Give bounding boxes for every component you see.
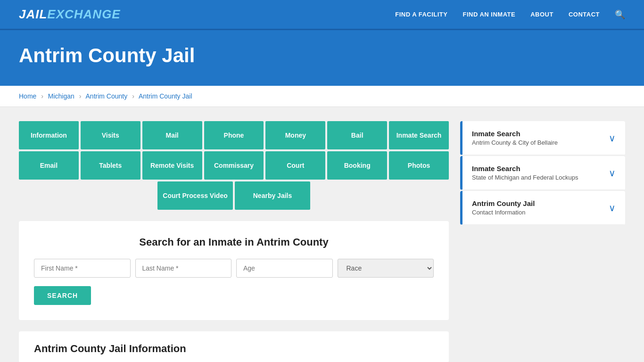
sidebar-item-subtitle-2: State of Michigan and Federal Lockups bbox=[472, 174, 578, 181]
grid-row-1: Information Visits Mail Phone Money Bail… bbox=[19, 121, 449, 149]
left-column: Information Visits Mail Phone Money Bail… bbox=[19, 121, 449, 362]
last-name-input[interactable] bbox=[135, 259, 232, 278]
sidebar-card-2: Inmate Search State of Michigan and Fede… bbox=[460, 156, 625, 190]
breadcrumb-sep-1: › bbox=[41, 92, 43, 100]
btn-inmate-search[interactable]: Inmate Search bbox=[389, 121, 449, 149]
search-card: Search for an Inmate in Antrim County Ra… bbox=[19, 221, 449, 320]
sidebar-item-contact-info[interactable]: Antrim County Jail Contact Information ∨ bbox=[460, 191, 625, 225]
btn-court[interactable]: Court bbox=[265, 151, 325, 180]
btn-phone[interactable]: Phone bbox=[204, 121, 264, 149]
search-fields: Race White Black Hispanic Asian Native A… bbox=[34, 259, 434, 278]
chevron-icon-3: ∨ bbox=[609, 202, 616, 214]
sidebar-item-text-3: Antrim County Jail Contact Information bbox=[472, 199, 535, 216]
sidebar-item-subtitle-3: Contact Information bbox=[472, 209, 535, 216]
nav-find-inmate[interactable]: FIND AN INMATE bbox=[462, 11, 515, 18]
nav-contact[interactable]: CONTACT bbox=[569, 11, 600, 18]
bottom-heading-title: Antrim County Jail Information bbox=[34, 343, 434, 355]
logo-exchange: EXCHANGE bbox=[47, 7, 120, 21]
page-title: Antrim County Jail bbox=[19, 44, 625, 67]
age-input[interactable] bbox=[236, 259, 333, 278]
search-button[interactable]: SEARCH bbox=[34, 286, 91, 305]
breadcrumb-sep-2: › bbox=[79, 92, 82, 100]
breadcrumb-home[interactable]: Home bbox=[19, 92, 36, 100]
breadcrumb-antrim-county-jail[interactable]: Antrim County Jail bbox=[139, 92, 192, 100]
chevron-icon-2: ∨ bbox=[609, 167, 616, 179]
nav-find-facility[interactable]: FIND A FACILITY bbox=[395, 11, 447, 18]
btn-remote-visits[interactable]: Remote Visits bbox=[142, 151, 202, 180]
btn-email[interactable]: Email bbox=[19, 151, 79, 180]
hero-section: Antrim County Jail bbox=[0, 30, 644, 86]
sidebar-item-title-2: Inmate Search bbox=[472, 165, 578, 173]
sidebar-card-3: Antrim County Jail Contact Information ∨ bbox=[460, 191, 625, 225]
btn-bail[interactable]: Bail bbox=[327, 121, 387, 149]
sidebar-item-text-2: Inmate Search State of Michigan and Fede… bbox=[472, 165, 578, 181]
btn-information[interactable]: Information bbox=[19, 121, 79, 149]
btn-mail[interactable]: Mail bbox=[142, 121, 202, 149]
btn-nearby-jails[interactable]: Nearby Jails bbox=[235, 181, 310, 210]
logo-jail: JAIL bbox=[19, 7, 47, 21]
btn-tablets[interactable]: Tablets bbox=[81, 151, 140, 180]
breadcrumb: Home › Michigan › Antrim County › Antrim… bbox=[0, 86, 644, 107]
btn-court-process-video[interactable]: Court Process Video bbox=[157, 181, 233, 210]
nav-about[interactable]: ABOUT bbox=[530, 11, 553, 18]
sidebar-item-subtitle-1: Antrim County & City of Bellaire bbox=[472, 139, 558, 146]
sidebar-card-1: Inmate Search Antrim County & City of Be… bbox=[460, 121, 625, 155]
btn-commissary[interactable]: Commissary bbox=[204, 151, 264, 180]
btn-money[interactable]: Money bbox=[265, 121, 325, 149]
bottom-info-section: Antrim County Jail Information bbox=[19, 331, 449, 362]
chevron-icon-1: ∨ bbox=[609, 132, 616, 144]
grid-row-2: Email Tablets Remote Visits Commissary C… bbox=[19, 151, 449, 180]
sidebar-item-title-1: Inmate Search bbox=[472, 130, 558, 138]
grid-row-3: Court Process Video Nearby Jails bbox=[19, 181, 449, 210]
main-content: Information Visits Mail Phone Money Bail… bbox=[0, 107, 644, 362]
btn-booking[interactable]: Booking bbox=[327, 151, 387, 180]
sidebar-item-inmate-search-2[interactable]: Inmate Search State of Michigan and Fede… bbox=[460, 156, 625, 190]
btn-photos[interactable]: Photos bbox=[389, 151, 449, 180]
search-icon-button[interactable]: 🔍 bbox=[615, 9, 625, 20]
main-nav: FIND A FACILITY FIND AN INMATE ABOUT CON… bbox=[395, 9, 625, 20]
breadcrumb-antrim-county[interactable]: Antrim County bbox=[86, 92, 128, 100]
btn-visits[interactable]: Visits bbox=[81, 121, 140, 149]
search-title: Search for an Inmate in Antrim County bbox=[34, 236, 434, 248]
race-select[interactable]: Race White Black Hispanic Asian Native A… bbox=[338, 259, 434, 278]
sidebar-item-title-3: Antrim County Jail bbox=[472, 199, 535, 207]
sidebar-item-inmate-search-1[interactable]: Inmate Search Antrim County & City of Be… bbox=[460, 121, 625, 155]
right-sidebar: Inmate Search Antrim County & City of Be… bbox=[460, 121, 625, 362]
site-header: JAILEXCHANGE FIND A FACILITY FIND AN INM… bbox=[0, 0, 644, 30]
first-name-input[interactable] bbox=[34, 259, 131, 278]
sidebar-item-text-1: Inmate Search Antrim County & City of Be… bbox=[472, 130, 558, 146]
breadcrumb-sep-3: › bbox=[132, 92, 134, 100]
site-logo: JAILEXCHANGE bbox=[19, 7, 121, 22]
breadcrumb-michigan[interactable]: Michigan bbox=[48, 92, 74, 100]
